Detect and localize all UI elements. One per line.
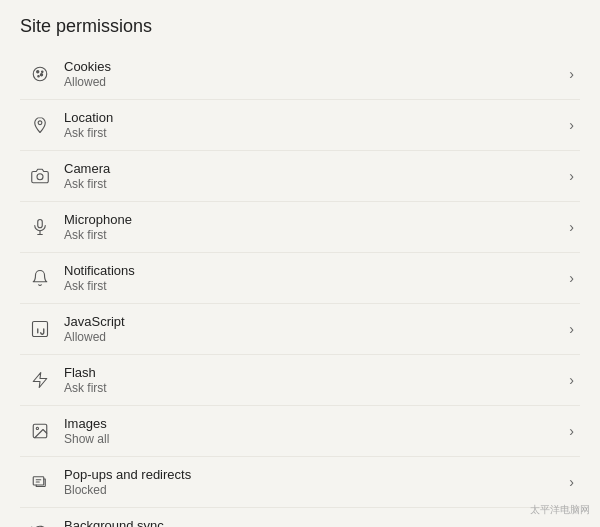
- permission-item-notifications[interactable]: Notifications Ask first ›: [20, 253, 580, 304]
- location-icon: [26, 116, 54, 134]
- flash-text: Flash Ask first: [64, 365, 561, 395]
- popups-text: Pop-ups and redirects Blocked: [64, 467, 561, 497]
- svg-rect-14: [33, 477, 44, 485]
- microphone-name: Microphone: [64, 212, 561, 227]
- flash-name: Flash: [64, 365, 561, 380]
- images-text: Images Show all: [64, 416, 561, 446]
- svg-point-3: [38, 76, 40, 78]
- page-title: Site permissions: [20, 16, 580, 37]
- camera-name: Camera: [64, 161, 561, 176]
- cookies-icon: [26, 65, 54, 83]
- notifications-status: Ask first: [64, 279, 561, 293]
- microphone-icon: [26, 218, 54, 236]
- notifications-name: Notifications: [64, 263, 561, 278]
- notifications-icon: [26, 269, 54, 287]
- notifications-text: Notifications Ask first: [64, 263, 561, 293]
- cookies-chevron: ›: [569, 66, 574, 82]
- background-sync-name: Background sync: [64, 518, 561, 527]
- svg-point-4: [42, 71, 44, 73]
- camera-status: Ask first: [64, 177, 561, 191]
- images-name: Images: [64, 416, 561, 431]
- permission-item-camera[interactable]: Camera Ask first ›: [20, 151, 580, 202]
- svg-marker-11: [33, 373, 47, 388]
- popups-name: Pop-ups and redirects: [64, 467, 561, 482]
- javascript-name: JavaScript: [64, 314, 561, 329]
- microphone-chevron: ›: [569, 219, 574, 235]
- svg-rect-7: [38, 220, 43, 228]
- flash-status: Ask first: [64, 381, 561, 395]
- microphone-text: Microphone Ask first: [64, 212, 561, 242]
- svg-rect-10: [33, 322, 48, 337]
- notifications-chevron: ›: [569, 270, 574, 286]
- permissions-list: Cookies Allowed › Location Ask first ›: [20, 49, 580, 527]
- location-status: Ask first: [64, 126, 561, 140]
- microphone-status: Ask first: [64, 228, 561, 242]
- permission-item-javascript[interactable]: JavaScript Allowed ›: [20, 304, 580, 355]
- images-status: Show all: [64, 432, 561, 446]
- camera-chevron: ›: [569, 168, 574, 184]
- watermark: 太平洋电脑网: [530, 503, 590, 517]
- javascript-chevron: ›: [569, 321, 574, 337]
- permission-item-flash[interactable]: Flash Ask first ›: [20, 355, 580, 406]
- flash-icon: [26, 371, 54, 389]
- flash-chevron: ›: [569, 372, 574, 388]
- permission-item-images[interactable]: Images Show all ›: [20, 406, 580, 457]
- javascript-status: Allowed: [64, 330, 561, 344]
- permission-item-background-sync[interactable]: Background sync Allow recently closed si…: [20, 508, 580, 527]
- permission-item-popups[interactable]: Pop-ups and redirects Blocked ›: [20, 457, 580, 508]
- svg-point-6: [37, 174, 43, 180]
- camera-text: Camera Ask first: [64, 161, 561, 191]
- images-chevron: ›: [569, 423, 574, 439]
- page-container: Site permissions Cookies Allowed ›: [0, 0, 600, 527]
- svg-point-2: [40, 74, 42, 76]
- location-chevron: ›: [569, 117, 574, 133]
- images-icon: [26, 422, 54, 440]
- javascript-icon: [26, 320, 54, 338]
- cookies-status: Allowed: [64, 75, 561, 89]
- permission-item-location[interactable]: Location Ask first ›: [20, 100, 580, 151]
- svg-point-5: [38, 121, 42, 125]
- popups-icon: [26, 473, 54, 491]
- javascript-text: JavaScript Allowed: [64, 314, 561, 344]
- popups-chevron: ›: [569, 474, 574, 490]
- permission-item-microphone[interactable]: Microphone Ask first ›: [20, 202, 580, 253]
- camera-icon: [26, 167, 54, 185]
- svg-point-13: [36, 427, 38, 429]
- svg-point-1: [37, 71, 39, 73]
- cookies-text: Cookies Allowed: [64, 59, 561, 89]
- popups-status: Blocked: [64, 483, 561, 497]
- permission-item-cookies[interactable]: Cookies Allowed ›: [20, 49, 580, 100]
- background-sync-text: Background sync Allow recently closed si…: [64, 518, 561, 527]
- cookies-name: Cookies: [64, 59, 561, 74]
- location-name: Location: [64, 110, 561, 125]
- location-text: Location Ask first: [64, 110, 561, 140]
